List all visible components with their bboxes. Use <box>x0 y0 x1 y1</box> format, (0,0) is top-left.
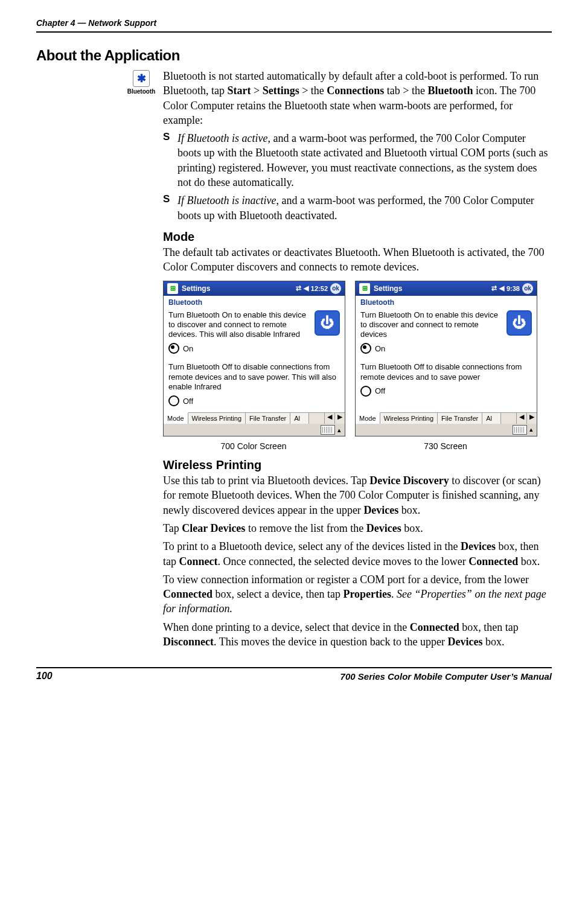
page-footer: 100 700 Series Color Mobile Computer Use… <box>36 667 552 682</box>
wireless-p5: When done printing to a device, select t… <box>163 620 552 650</box>
screenshot-caption: 700 Color Screen <box>163 441 344 451</box>
sip-up-icon[interactable]: ▴ <box>529 426 533 433</box>
ui-devices: Devices <box>448 636 483 648</box>
tab-partial[interactable]: Al <box>290 413 309 424</box>
tab-wireless-printing[interactable]: Wireless Printing <box>188 413 246 424</box>
ui-connections: Connections <box>327 85 384 97</box>
speaker-icon: ◀ <box>499 284 504 292</box>
intro-paragraph: Bluetooth is not started automatically b… <box>163 69 552 127</box>
text: To print to a Bluetooth device, select a… <box>163 540 461 552</box>
bluetooth-power-icon[interactable]: ⏻ <box>315 310 340 336</box>
ui-properties: Properties <box>343 588 391 600</box>
ui-disconnect: Disconnect <box>163 636 214 648</box>
header-rule <box>36 31 552 33</box>
text: . <box>391 588 397 600</box>
ui-start: Start <box>228 85 251 97</box>
sip-bar: ▴ <box>356 424 537 436</box>
running-header: Chapter 4 — Network Support <box>36 18 552 28</box>
page-number: 100 <box>36 671 53 682</box>
off-description: Turn Bluetooth Off to disable connection… <box>168 362 340 392</box>
applet-title: Bluetooth <box>356 296 537 308</box>
text: box, select a device, then tap <box>213 588 343 600</box>
ui-connected: Connected <box>468 555 518 567</box>
tab-strip: Mode Wireless Printing File Transfer Al … <box>356 412 537 424</box>
start-flag-icon[interactable]: ⊞ <box>359 283 370 294</box>
radio-off[interactable]: Off <box>356 385 537 398</box>
bullet-text: If Bluetooth is active, and a warm-boot … <box>177 131 552 190</box>
screenshot-730: ⊞ Settings ⇄ ◀ 9:38 ok Bluetooth Turn Bl… <box>355 281 537 436</box>
ui-device-discovery: Device Discovery <box>369 474 449 487</box>
start-flag-icon[interactable]: ⊞ <box>167 283 178 294</box>
tabs-scroll-right-icon[interactable]: ▶ <box>334 413 345 424</box>
text: > the <box>299 85 327 97</box>
ui-devices: Devices <box>461 540 496 552</box>
text: . This moves the device in question back… <box>214 636 448 648</box>
ok-button[interactable]: ok <box>522 283 533 294</box>
text: When done printing to a device, select t… <box>163 621 410 633</box>
list-item: S If Bluetooth is active, and a warm-boo… <box>163 131 552 190</box>
window-title: Settings <box>374 284 491 293</box>
text: > <box>251 85 263 97</box>
tab-partial[interactable]: Al <box>482 413 501 424</box>
radio-off-indicator <box>168 395 179 406</box>
mode-body: The default tab activates or deactivates… <box>163 245 552 275</box>
bluetooth-power-icon[interactable]: ⏻ <box>507 310 532 336</box>
signal-icon: ⇄ <box>491 284 497 292</box>
speaker-icon: ◀ <box>304 284 308 292</box>
radio-on-label: On <box>375 344 385 353</box>
clock: 9:38 <box>507 285 520 292</box>
text: tab > the <box>384 85 427 97</box>
radio-on[interactable]: On <box>356 342 537 355</box>
on-description: Turn Bluetooth On to enable this device … <box>360 310 503 340</box>
wireless-p1: Use this tab to print via Bluetooth devi… <box>163 473 552 517</box>
tab-wireless-printing[interactable]: Wireless Printing <box>380 413 438 424</box>
text: box. <box>518 555 540 567</box>
bullet-lead: If Bluetooth is inactive <box>177 194 276 206</box>
wireless-p4: To view connection information or regist… <box>163 572 552 616</box>
text: To view connection information or regist… <box>163 574 529 586</box>
bluetooth-glyph: ✱ <box>137 72 146 85</box>
ok-button[interactable]: ok <box>330 283 341 294</box>
ui-settings: Settings <box>263 85 299 97</box>
tab-mode[interactable]: Mode <box>356 412 380 424</box>
radio-on-label: On <box>183 344 193 353</box>
keyboard-icon[interactable] <box>321 425 335 435</box>
bluetooth-icon: ✱ <box>133 70 150 87</box>
tab-file-transfer[interactable]: File Transfer <box>438 413 482 424</box>
ui-connected: Connected <box>410 621 459 633</box>
tabs-scroll-right-icon[interactable]: ▶ <box>526 413 537 424</box>
radio-off[interactable]: Off <box>164 394 345 407</box>
tabs-scroll-left-icon[interactable]: ◀ <box>516 413 526 424</box>
radio-on-indicator <box>168 343 179 354</box>
ui-clear-devices: Clear Devices <box>182 522 245 534</box>
radio-on[interactable]: On <box>164 342 345 355</box>
list-item: S If Bluetooth is inactive, and a warm-b… <box>163 193 552 223</box>
ui-devices: Devices <box>363 504 398 516</box>
bluetooth-icon-label: Bluetooth <box>120 88 163 95</box>
bullet-marker: S <box>163 193 177 223</box>
ui-connect: Connect <box>179 555 218 567</box>
keyboard-icon[interactable] <box>513 425 527 435</box>
screenshot-caption: 730 Screen <box>355 441 536 451</box>
ui-bluetooth: Bluetooth <box>427 85 473 97</box>
text: to remove the list from the <box>245 522 366 534</box>
wireless-p3: To print to a Bluetooth device, select a… <box>163 539 552 569</box>
section-heading: About the Application <box>36 47 552 64</box>
radio-off-indicator <box>360 386 371 397</box>
bullet-text: If Bluetooth is inactive, and a warm-boo… <box>177 193 552 223</box>
tab-mode[interactable]: Mode <box>164 412 188 424</box>
wireless-heading: Wireless Printing <box>163 458 552 472</box>
wireless-p2: Tap Clear Devices to remove the list fro… <box>163 521 552 535</box>
radio-off-label: Off <box>375 386 385 395</box>
tabs-scroll-left-icon[interactable]: ◀ <box>324 413 334 424</box>
radio-on-indicator <box>360 343 371 354</box>
on-description: Turn Bluetooth On to enable this device … <box>168 310 311 340</box>
text: box. <box>401 522 423 534</box>
signal-icon: ⇄ <box>296 284 301 292</box>
text: box. <box>398 504 420 516</box>
sip-up-icon[interactable]: ▴ <box>337 426 341 434</box>
tab-file-transfer[interactable]: File Transfer <box>246 413 290 424</box>
applet-title: Bluetooth <box>164 296 345 308</box>
radio-off-label: Off <box>183 397 193 406</box>
clock: 12:52 <box>311 285 328 292</box>
